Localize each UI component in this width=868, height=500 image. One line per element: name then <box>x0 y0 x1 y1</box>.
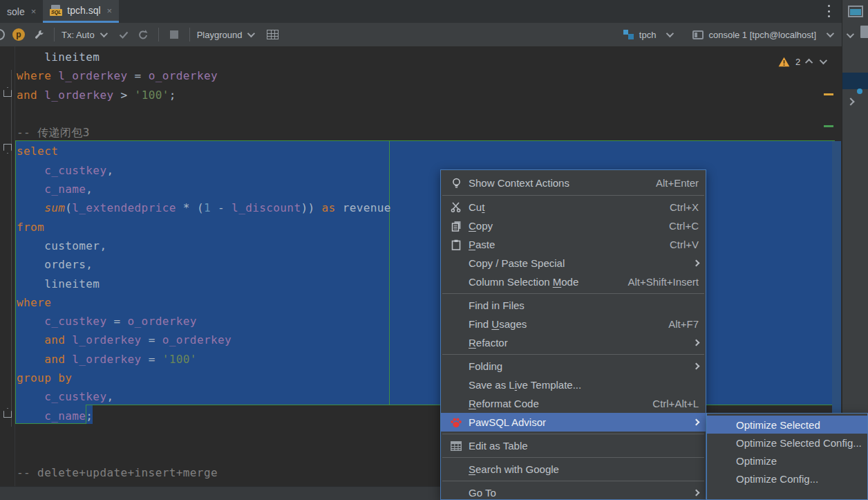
code-line[interactable]: where <box>0 293 836 312</box>
tool-window-highlight <box>842 73 868 89</box>
code-line[interactable]: lineitem <box>0 48 836 66</box>
tab-console-label: sole <box>7 6 25 17</box>
schema-selector[interactable]: tpch <box>623 30 672 40</box>
editor-context-menu: Show Context ActionsAlt+EnterCutCtrl+XCo… <box>440 169 706 500</box>
submenu-arrow-icon <box>693 363 700 370</box>
menu-item-optimize-config[interactable]: Optimize Config... <box>707 470 867 488</box>
rollback-icon[interactable] <box>135 26 151 43</box>
tab-console[interactable]: sole × <box>0 0 43 23</box>
kebab-menu-icon[interactable] <box>824 5 833 17</box>
code-line[interactable] <box>0 104 836 123</box>
code-line[interactable]: lineitem <box>0 275 836 293</box>
menu-item-shortcut: Alt+Enter <box>656 177 699 189</box>
clipped-icon[interactable] <box>0 29 5 40</box>
menu-item-paste[interactable]: PasteCtrl+V <box>441 235 706 254</box>
stop-icon[interactable] <box>166 26 182 43</box>
code-line[interactable]: sum(l_extendedprice * (1 - l_discount)) … <box>0 198 836 217</box>
menu-item-label: Optimize Selected <box>736 419 820 431</box>
chevron-down-icon[interactable] <box>847 28 852 41</box>
menu-item-find-in-files[interactable]: Find in Files <box>441 296 706 315</box>
tab-tpch-sql[interactable]: SQL tpch.sql × <box>43 0 119 23</box>
results-grid-icon[interactable] <box>264 26 281 43</box>
paste-icon <box>451 239 461 250</box>
sql-file-icon: SQL <box>50 5 62 16</box>
code-line[interactable]: c_custkey, <box>0 387 836 406</box>
menu-separator <box>441 432 706 436</box>
commit-icon[interactable] <box>115 26 132 43</box>
code-line[interactable]: orders, <box>0 255 836 274</box>
menu-item-label: Search with Google <box>469 463 559 475</box>
code-line[interactable]: select <box>0 142 836 160</box>
menu-item-folding[interactable]: Folding <box>441 357 706 376</box>
code-line[interactable]: and l_orderkey = o_orderkey <box>0 331 836 349</box>
close-icon[interactable]: × <box>31 6 37 17</box>
pawsql-advisor-submenu: Optimize SelectedOptimize Selected Confi… <box>706 413 868 500</box>
chevron-right-icon[interactable] <box>848 95 853 107</box>
menu-item-find-usages[interactable]: Find UsagesAlt+F7 <box>441 315 706 333</box>
menu-item-pawsql-advisor[interactable]: PawSQL Advisor <box>441 413 706 432</box>
menu-item-column-selection-mode[interactable]: Column Selection ModeAlt+Shift+Insert <box>441 272 706 291</box>
close-icon[interactable]: × <box>107 6 113 16</box>
menu-item-cut[interactable]: CutCtrl+X <box>441 198 706 216</box>
code-line[interactable]: and l_orderkey = '100' <box>0 350 836 369</box>
menu-item-label: PawSQL Advisor <box>469 416 546 428</box>
pawsql-plugin-icon[interactable]: p <box>12 28 25 41</box>
menu-item-edit-as-table[interactable]: Edit as Table <box>441 436 706 455</box>
console-session-label: console 1 [tpch@localhost] <box>708 30 816 40</box>
schema-label: tpch <box>639 30 657 40</box>
menu-item-optimize[interactable]: Optimize <box>707 452 867 470</box>
menu-item-label: Edit as Table <box>469 440 528 452</box>
wrench-icon[interactable] <box>30 26 47 43</box>
menu-item-optimize-selected-config[interactable]: Optimize Selected Config... <box>707 434 867 452</box>
copy-icon <box>451 221 462 232</box>
menu-item-go-to[interactable]: Go To <box>441 483 706 500</box>
code-line[interactable]: group by <box>0 369 836 387</box>
submenu-arrow-icon <box>693 490 700 497</box>
menu-item-shortcut: Alt+Shift+Insert <box>628 276 699 288</box>
code-line[interactable]: c_name, <box>0 180 836 198</box>
code-line[interactable]: and l_orderkey > '100'; <box>0 86 836 104</box>
code-line[interactable]: customer, <box>0 237 836 255</box>
code-line[interactable]: where l_orderkey = o_orderkey <box>0 66 836 85</box>
code-line[interactable]: c_custkey, <box>0 161 836 180</box>
menu-item-optimize-selected[interactable]: Optimize Selected <box>707 416 867 434</box>
ok-stripe-mark[interactable] <box>824 125 833 127</box>
table-icon <box>451 441 462 451</box>
code-line[interactable]: from <box>0 218 836 237</box>
code-line[interactable]: c_custkey = o_orderkey <box>0 312 836 331</box>
chevron-down-icon <box>827 30 834 37</box>
menu-item-label: Copy / Paste Special <box>469 257 565 269</box>
playground-selector[interactable]: Playground <box>197 30 254 40</box>
scrollbar-selection-band[interactable] <box>832 141 841 415</box>
code-line[interactable]: -- 传递闭包3 <box>0 123 836 142</box>
console-session-selector[interactable]: console 1 [tpch@localhost] <box>692 30 832 40</box>
chevron-down-icon <box>666 30 674 37</box>
schema-icon <box>623 30 634 39</box>
warning-stripe-mark[interactable] <box>824 93 833 95</box>
menu-item-label: Folding <box>469 360 502 372</box>
menu-separator <box>441 352 706 357</box>
tab-tpch-sql-label: tpch.sql <box>67 5 100 16</box>
submenu-arrow-icon <box>693 260 700 267</box>
menu-item-label: Optimize Config... <box>736 473 818 485</box>
editor-toolbar: p Tx: Auto Playground tpch <box>0 23 842 46</box>
prev-warning-icon[interactable] <box>805 59 813 66</box>
menu-separator <box>441 291 706 296</box>
menu-item-search-with-google[interactable]: Search with Google <box>441 460 706 479</box>
menu-item-reformat-code[interactable]: Reformat CodeCtrl+Alt+L <box>441 394 706 413</box>
paw-icon <box>450 417 462 428</box>
menu-item-refactor[interactable]: Refactor <box>441 333 706 352</box>
tool-window-corner <box>842 0 868 23</box>
menu-item-save-as-live-template[interactable]: Save as Live Template... <box>441 376 706 394</box>
menu-item-copy[interactable]: CopyCtrl+C <box>441 216 706 235</box>
inspections-widget[interactable]: 2 <box>778 55 842 68</box>
editor-tab-bar: sole × SQL tpch.sql × <box>0 0 842 23</box>
next-warning-icon[interactable] <box>820 57 827 64</box>
document-icon[interactable] <box>860 26 868 38</box>
tool-window-icon[interactable] <box>848 6 863 17</box>
warning-icon <box>778 57 790 67</box>
menu-item-copy-paste-special[interactable]: Copy / Paste Special <box>441 254 706 272</box>
menu-item-show-context-actions[interactable]: Show Context ActionsAlt+Enter <box>441 173 706 193</box>
tx-mode-selector[interactable]: Tx: Auto <box>62 30 106 40</box>
submenu-arrow-icon <box>693 419 700 426</box>
